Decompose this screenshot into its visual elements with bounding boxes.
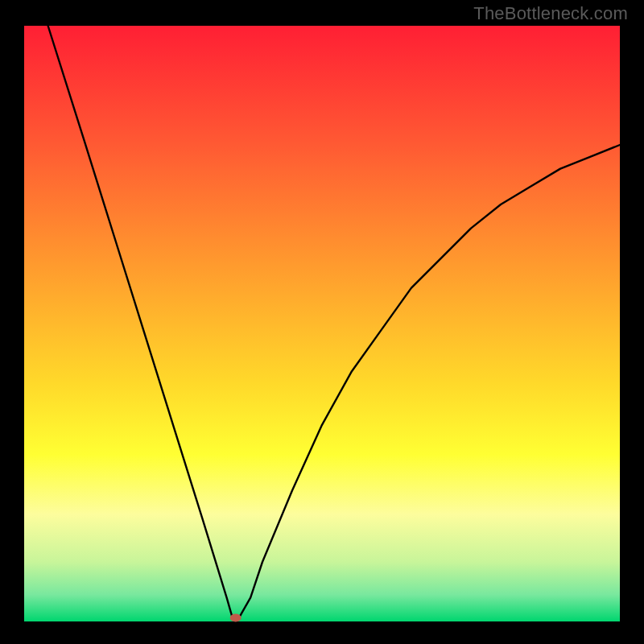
minimum-marker bbox=[230, 614, 242, 622]
chart-frame: TheBottleneck.com bbox=[0, 0, 644, 644]
watermark-text: TheBottleneck.com bbox=[473, 3, 628, 24]
plot-background bbox=[24, 26, 620, 621]
bottleneck-chart bbox=[0, 0, 644, 644]
